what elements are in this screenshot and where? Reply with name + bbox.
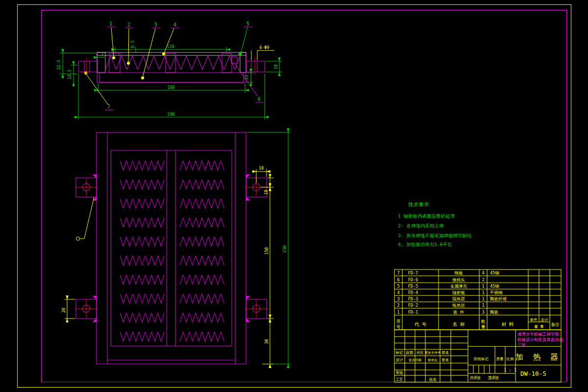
svg-text:FD-5: FD-5: [408, 284, 418, 289]
title-block-labels: 标记 处数 分区 更改文件号 签名 设计 签名日期 标准化 签名 审核 工艺 批…: [395, 350, 516, 382]
radiation-plate-top: [97, 52, 246, 55]
sheet-total: 共8张: [469, 375, 481, 380]
top-section-view: 120 0.5 1 4-Φ9 22.5 18.5 160 200: [56, 21, 282, 120]
dim-250: 250: [282, 245, 287, 252]
title-block: 标记 处数 分区 更改文件号 签名 设计 签名日期 标准化 签名 审核 工艺 批…: [394, 330, 564, 382]
svg-text:45钢: 45钢: [490, 284, 499, 289]
heater-coil-right-column: [180, 161, 224, 342]
svg-text:签名: 签名: [442, 358, 449, 362]
svg-text:4: 4: [397, 290, 399, 295]
svg-text:陶瓷: 陶瓷: [490, 310, 498, 315]
svg-text:备注: 备注: [551, 322, 560, 327]
datum-leader: [76, 197, 95, 241]
svg-text:批准: 批准: [429, 377, 437, 382]
mounting-tabs: [75, 174, 268, 322]
svg-text:比例: 比例: [507, 357, 514, 361]
svg-text:更改文件号: 更改文件号: [425, 351, 441, 355]
svg-text:隔热层: 隔热层: [452, 296, 465, 301]
dim-30: 30: [264, 339, 269, 344]
svg-text:材 料: 材 料: [501, 321, 514, 327]
svg-text:1: 1: [482, 290, 484, 295]
insulation-layer: [99, 73, 244, 82]
major-name: 机械设计制造及其自动化: [517, 337, 564, 342]
svg-text:1: 1: [482, 303, 484, 308]
balloon-1: 1: [109, 21, 112, 26]
dim-11: 11: [244, 75, 249, 80]
svg-text:代 号: 代 号: [415, 321, 427, 327]
balloon-5: 5: [246, 21, 249, 26]
balloon-2: 2: [127, 22, 130, 27]
left-pipe-bracket: [78, 58, 97, 75]
svg-text:单件: 单件: [530, 318, 538, 322]
cad-drawing-canvas: 120 0.5 1 4-Φ9 22.5 18.5 160 200: [0, 0, 588, 392]
svg-text:钢板: 钢板: [454, 270, 464, 275]
balloon-7: 7: [107, 103, 110, 109]
title-block-identity: 湘潭大学机械工程学院 机械设计制造及其自动化 三班 加 热 器 DW-10-5: [515, 332, 564, 377]
svg-text:FD-7: FD-7: [408, 270, 418, 275]
svg-text:FD-3: FD-3: [408, 296, 418, 301]
tech-requirement-3: 3. 所有焊缝不能有漏焊假焊等缺陷: [398, 233, 471, 238]
svg-text:重 量: 重 量: [534, 324, 544, 329]
svg-text:电热丝: 电热丝: [452, 303, 465, 308]
svg-text:6: 6: [397, 277, 399, 282]
svg-text:分区: 分区: [416, 350, 424, 355]
svg-text:FD-4: FD-4: [408, 290, 418, 295]
front-view-dimensions: 10 10 150 30 250 20: [61, 132, 291, 364]
svg-text:3: 3: [397, 296, 399, 301]
dim-18_5: 18.5: [67, 70, 72, 79]
dim-22_5: 22.5: [56, 60, 61, 70]
parts-table-headers: 序 号 代 号 名 称 数 量 材 料 单件 总计 重 量 备注: [396, 318, 560, 329]
svg-text:FD-2: FD-2: [408, 303, 418, 308]
svg-text:2: 2: [397, 303, 399, 308]
scale-value: 1 : 1: [504, 368, 516, 372]
svg-text:1: 1: [397, 310, 399, 315]
heater-coil-left-column: [120, 161, 164, 342]
svg-text:质量: 质量: [496, 357, 504, 361]
svg-text:3: 3: [482, 310, 484, 315]
tech-requirement-1: 1 辐射板内表面应喷砂处理: [398, 213, 455, 219]
svg-text:瓷 件: 瓷 件: [453, 310, 465, 315]
svg-text:不锈钢: 不锈钢: [490, 290, 503, 295]
dim-150: 150: [264, 247, 269, 254]
svg-text:阶段标记: 阶段标记: [474, 357, 489, 361]
dim-20: 20: [61, 308, 66, 313]
svg-text:签名: 签名: [442, 350, 449, 355]
svg-text:FD-1: FD-1: [408, 310, 418, 315]
sheet-number: 第8张: [488, 375, 499, 380]
balloon-6: 6: [258, 96, 261, 102]
dim-10-right: 10: [273, 64, 278, 69]
svg-text:5: 5: [397, 284, 399, 289]
svg-text:工艺: 工艺: [396, 377, 404, 382]
tech-requirement-4: 4, 加热器功率为5.8千瓦: [398, 242, 452, 247]
tech-requirements: 技术要求 1 辐射板内表面应喷砂处理 2: 各焊缝均采用点焊 3. 所有焊缝不能…: [398, 201, 471, 247]
heating-wire-zigzag: [105, 56, 240, 70]
svg-text:设计: 设计: [396, 358, 404, 362]
front-view: 10 10 150 30 250 20: [61, 132, 291, 364]
tech-requirements-title: 技术要求: [408, 201, 429, 207]
svg-text:标准化: 标准化: [427, 358, 438, 362]
dim-1: 1: [101, 52, 103, 57]
svg-text:陶瓷纤维: 陶瓷纤维: [490, 296, 507, 301]
svg-text:总计: 总计: [540, 318, 549, 322]
dim-tab-10: 10: [259, 166, 264, 171]
svg-text:接线头: 接线头: [452, 277, 465, 282]
svg-text:量: 量: [481, 324, 486, 329]
svg-text:金属薄壳: 金属薄壳: [450, 284, 467, 289]
svg-text:数: 数: [481, 319, 486, 324]
dim-200: 200: [167, 112, 174, 117]
svg-text:7: 7: [397, 270, 399, 275]
svg-text:审核: 审核: [396, 370, 404, 375]
svg-text:号: 号: [396, 324, 401, 329]
school-name: 湘潭大学机械工程学院: [517, 332, 560, 337]
svg-text:处数: 处数: [406, 350, 414, 355]
balloon-4: 4: [173, 22, 176, 27]
svg-text:45钢: 45钢: [490, 270, 499, 275]
drawing-title: 加 热 器: [515, 352, 561, 362]
svg-text:FD-6: FD-6: [408, 277, 418, 282]
svg-text:2: 2: [482, 277, 484, 282]
dim-0_5: 0.5: [130, 40, 135, 48]
dim-4xd9: 4-Φ9: [259, 45, 269, 50]
dim-120: 120: [167, 44, 174, 49]
dim-hole-10: 10: [264, 190, 269, 195]
engineering-drawing: 120 0.5 1 4-Φ9 22.5 18.5 160 200: [0, 0, 588, 392]
